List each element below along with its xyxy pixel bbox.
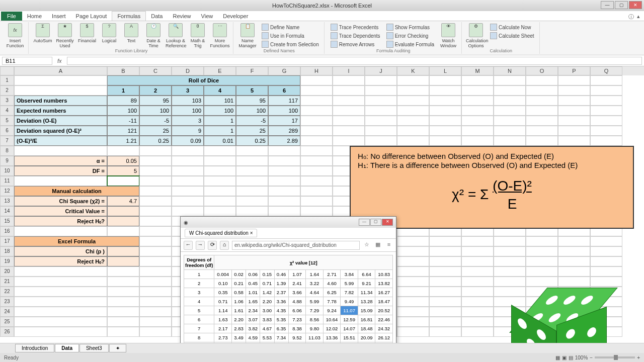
select-all-corner[interactable] (0, 66, 14, 75)
extension-icon[interactable]: ▦ (374, 241, 382, 249)
cell[interactable] (300, 96, 333, 106)
cell[interactable] (429, 75, 461, 85)
col-header[interactable]: E (204, 66, 236, 75)
cell[interactable] (590, 75, 622, 85)
cell[interactable] (558, 277, 590, 287)
cell[interactable] (333, 96, 365, 106)
cell[interactable] (204, 146, 236, 156)
cell[interactable]: 3 (172, 85, 204, 96)
cell[interactable] (14, 307, 107, 317)
cell[interactable] (526, 116, 558, 126)
cell[interactable] (107, 317, 139, 327)
cell[interactable]: α = (14, 156, 107, 166)
sheet-tab-introduction[interactable]: Introduction (15, 344, 54, 352)
cell[interactable] (526, 236, 558, 246)
cell[interactable] (526, 126, 558, 136)
cell[interactable] (461, 96, 494, 106)
cell[interactable] (333, 85, 365, 96)
cell[interactable] (107, 176, 139, 186)
cell[interactable] (429, 85, 461, 96)
cell[interactable] (333, 106, 365, 116)
cell[interactable] (461, 106, 494, 116)
cell[interactable]: Observed numbers (14, 96, 107, 106)
cell[interactable] (14, 317, 107, 327)
formula-input[interactable] (67, 57, 642, 65)
cell[interactable] (204, 206, 236, 216)
cell[interactable] (107, 287, 139, 297)
cell[interactable] (461, 75, 494, 85)
cell[interactable]: 100 (204, 106, 236, 116)
cell[interactable] (236, 206, 268, 216)
watch-window-button[interactable]: 👁Watch Window (438, 23, 458, 48)
cell[interactable]: 100 (268, 106, 300, 116)
tab-data[interactable]: Data (146, 12, 168, 21)
cell[interactable] (558, 256, 590, 266)
cell[interactable] (494, 266, 526, 277)
row-header[interactable]: 19 (0, 256, 14, 266)
cell[interactable] (590, 136, 622, 146)
cell[interactable] (429, 236, 461, 246)
cell[interactable] (429, 307, 461, 317)
cell[interactable] (429, 246, 461, 256)
cell[interactable] (558, 106, 590, 116)
cell[interactable] (461, 116, 494, 126)
browser-minimize-button[interactable]: — (359, 219, 370, 226)
cell[interactable] (333, 126, 365, 136)
insert-function-button[interactable]: fx Insert Function (5, 23, 25, 48)
cell[interactable]: 25 (139, 126, 172, 136)
tab-review[interactable]: Review (168, 12, 196, 21)
cell[interactable] (526, 75, 558, 85)
cell[interactable] (397, 307, 429, 317)
cell[interactable]: Excel Formula (14, 236, 139, 246)
cell[interactable]: Reject H₀? (14, 216, 107, 226)
cell[interactable] (365, 136, 397, 146)
cell[interactable] (429, 287, 461, 297)
cell[interactable] (365, 116, 397, 126)
cell[interactable]: 2.89 (268, 136, 300, 146)
recently-used-button[interactable]: ★Recently Used (55, 23, 75, 48)
row-header[interactable]: 13 (0, 196, 14, 206)
datetime-button[interactable]: 🕐Date & Time (143, 23, 164, 48)
cell[interactable] (300, 156, 333, 166)
cell[interactable] (300, 186, 333, 196)
cell[interactable]: 0.09 (172, 136, 204, 146)
financial-button[interactable]: $Financial (77, 23, 97, 43)
trace-dependents-button[interactable]: Trace Dependents (329, 32, 382, 40)
row-header[interactable]: 9 (0, 156, 14, 166)
cell[interactable] (397, 136, 429, 146)
cell[interactable] (139, 256, 172, 266)
cell[interactable] (268, 196, 300, 206)
calculate-sheet-button[interactable]: Calculate Sheet (488, 32, 536, 40)
cell[interactable] (300, 75, 333, 85)
cell[interactable] (590, 106, 622, 116)
cell[interactable] (365, 85, 397, 96)
cell[interactable] (461, 85, 494, 96)
cell[interactable] (172, 196, 204, 206)
row-header[interactable]: 22 (0, 287, 14, 297)
cell[interactable] (107, 246, 139, 256)
cell[interactable] (300, 126, 333, 136)
cell[interactable] (526, 266, 558, 277)
cell[interactable] (461, 287, 494, 297)
cell[interactable] (139, 216, 172, 226)
maximize-button[interactable]: ▢ (615, 1, 628, 9)
cell[interactable] (300, 166, 333, 176)
name-manager-button[interactable]: 📋Name Manager (237, 23, 258, 48)
row-header[interactable]: 16 (0, 226, 14, 236)
cell[interactable]: 4 (204, 85, 236, 96)
row-header[interactable]: 10 (0, 166, 14, 176)
lookup-button[interactable]: 🔍Lookup & Reference (166, 23, 186, 48)
row-header[interactable]: 21 (0, 277, 14, 287)
cell[interactable] (590, 256, 622, 266)
tab-close-icon[interactable]: × (250, 230, 253, 236)
cell[interactable] (204, 166, 236, 176)
cell[interactable] (526, 85, 558, 96)
fx-label-icon[interactable]: fx (54, 58, 65, 64)
cell[interactable] (397, 327, 429, 337)
remove-arrows-button[interactable]: Remove Arrows (329, 40, 382, 48)
minimize-button[interactable]: — (601, 1, 614, 9)
cell[interactable] (526, 106, 558, 116)
tab-view[interactable]: View (196, 12, 218, 21)
tab-page-layout[interactable]: Page Layout (71, 12, 112, 21)
browser-tab[interactable]: W Chi-squared distribution × (185, 229, 257, 237)
